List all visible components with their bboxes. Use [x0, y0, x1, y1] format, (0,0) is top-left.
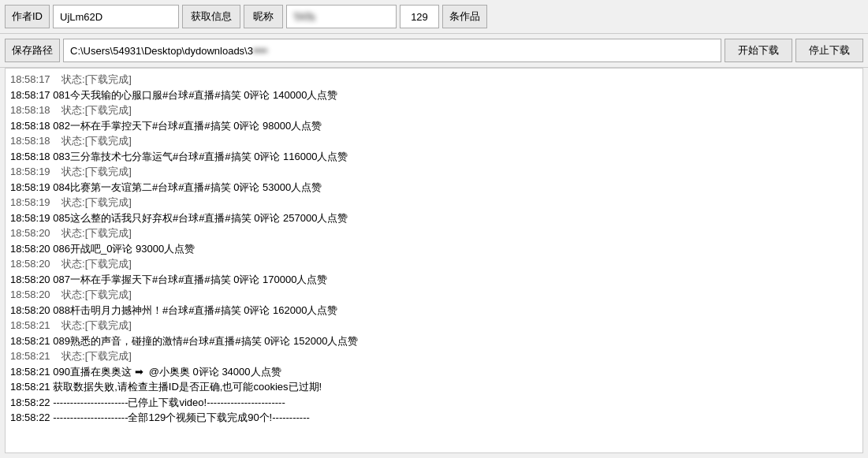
works-label: 条作品 [442, 5, 487, 28]
log-line: 18:58:20 状态:[下载完成] [10, 256, 858, 272]
log-line: 18:58:20 088杆击明月力撼神州！#台球#直播#搞笑 0评论 16200… [10, 303, 858, 318]
second-bar: 保存路径 C:\Users\54931\Desktop\dydownloads\… [0, 34, 868, 68]
get-info-button[interactable]: 获取信息 [182, 5, 240, 28]
count-field: 129 [400, 5, 439, 28]
save-path-input[interactable]: C:\Users\54931\Desktop\dydownloads\3•••• [63, 39, 721, 62]
log-line: 18:58:21 089熟悉的声音，碰撞的激情#台球#直播#搞笑 0评论 152… [10, 333, 858, 349]
save-path-value: C:\Users\54931\Desktop\dydownloads\3•••• [70, 45, 267, 57]
log-line: 18:58:17 状态:[下载完成] [10, 72, 858, 88]
log-line: 18:58:19 084比赛第一友谊第二#台球#直播#搞笑 0评论 53000人… [10, 180, 858, 195]
log-line: 18:58:18 083三分靠技术七分靠运气#台球#直播#搞笑 0评论 1160… [10, 149, 858, 165]
log-line: 18:58:20 086开战吧_0评论 93000人点赞 [10, 241, 858, 257]
author-id-label: 作者ID [5, 5, 50, 28]
stop-download-button[interactable]: 停止下载 [795, 39, 863, 62]
log-line: 18:58:21 状态:[下载完成] [10, 318, 858, 333]
top-bar: 作者ID UjLm62D 获取信息 昵称 TATs 129 条作品 [0, 0, 868, 34]
log-line: 18:58:21 获取数据失败,请检查主播ID是否正确,也可能cookies已过… [10, 379, 858, 395]
log-line: 18:58:20 状态:[下载完成] [10, 287, 858, 303]
log-line: 18:58:21 状态:[下载完成] [10, 348, 858, 364]
log-line: 18:58:19 085这么整的话我只好弃权#台球#直播#搞笑 0评论 2570… [10, 210, 858, 226]
nickname-value: TATs [293, 11, 315, 23]
log-line: 18:58:20 状态:[下载完成] [10, 225, 858, 241]
nickname-input[interactable]: TATs [286, 5, 397, 28]
log-line: 18:58:18 状态:[下载完成] [10, 102, 858, 118]
log-line: 18:58:21 090直播在奥奥这 ➡ @小奥奥 0评论 34000人点赞 [10, 364, 858, 380]
log-line: 18:58:18 082一杯在手掌控天下#台球#直播#搞笑 0评论 98000人… [10, 118, 858, 134]
app-window: 作者ID UjLm62D 获取信息 昵称 TATs 129 条作品 保存路径 C… [0, 0, 868, 458]
log-line: 18:58:19 状态:[下载完成] [10, 195, 858, 210]
log-line: 18:58:18 状态:[下载完成] [10, 133, 858, 149]
start-download-button[interactable]: 开始下载 [725, 39, 792, 62]
author-id-input[interactable]: UjLm62D [53, 5, 179, 28]
log-line: 18:58:17 081今天我输的心服口服#台球#直播#搞笑 0评论 14000… [10, 88, 858, 103]
save-path-label: 保存路径 [5, 39, 60, 62]
log-area[interactable]: 18:58:17 状态:[下载完成]18:58:17 081今天我输的心服口服#… [5, 68, 863, 453]
log-line: 18:58:19 状态:[下载完成] [10, 164, 858, 180]
nickname-label: 昵称 [244, 5, 283, 28]
log-line: 18:58:22 ----------------------全部129个视频已… [10, 410, 858, 426]
log-line: 18:58:22 ----------------------已停止下载vide… [10, 395, 858, 411]
log-line: 18:58:20 087一杯在手掌握天下#台球#直播#搞笑 0评论 170000… [10, 272, 858, 288]
